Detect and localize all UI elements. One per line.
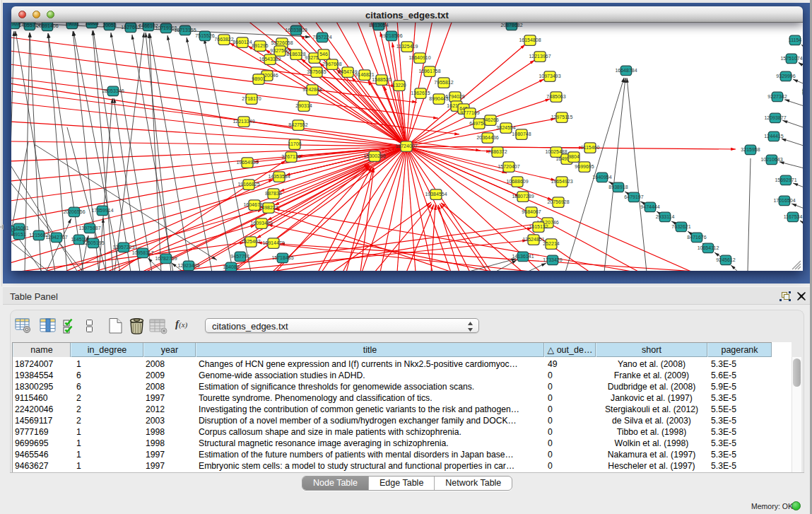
svg-text:15300295: 15300295 [363, 153, 385, 158]
svg-text:19166825: 19166825 [237, 182, 259, 187]
svg-text:9474444: 9474444 [640, 204, 659, 209]
svg-text:3267130: 3267130 [281, 154, 300, 159]
svg-text:20878682: 20878682 [500, 23, 522, 28]
svg-text:1244415: 1244415 [764, 134, 783, 139]
svg-text:3875685: 3875685 [307, 69, 326, 74]
svg-text:10958117: 10958117 [132, 250, 154, 255]
svg-text:1588520: 1588520 [372, 77, 391, 82]
svg-text:16033809: 16033809 [285, 28, 307, 33]
svg-text:8186328: 8186328 [286, 52, 305, 57]
svg-text:20756928: 20756928 [547, 199, 569, 204]
svg-text:9115460: 9115460 [581, 145, 600, 150]
svg-text:9777169: 9777169 [460, 110, 479, 115]
svg-text:8660124: 8660124 [233, 40, 252, 45]
svg-text:15692971: 15692971 [775, 177, 796, 182]
svg-text:20053: 20053 [102, 23, 117, 28]
svg-text:18640910: 18640910 [408, 55, 430, 60]
svg-text:1527602: 1527602 [121, 25, 140, 30]
svg-text:12213967: 12213967 [529, 54, 551, 59]
svg-text:10654112: 10654112 [698, 245, 719, 250]
svg-text:8938918: 8938918 [608, 185, 628, 189]
svg-text:13524851: 13524851 [522, 237, 544, 242]
svg-text:7857224: 7857224 [312, 35, 331, 40]
svg-text:19218506: 19218506 [380, 33, 402, 38]
svg-text:10210643: 10210643 [760, 157, 782, 162]
svg-text:11325419: 11325419 [396, 44, 418, 49]
svg-text:9804: 9804 [568, 154, 579, 159]
svg-text:98901: 98901 [252, 76, 266, 81]
svg-text:2718170: 2718170 [242, 96, 261, 101]
svg-text:1640954: 1640954 [592, 175, 611, 180]
svg-text:16543382: 16543382 [259, 57, 281, 62]
svg-text:290314: 290314 [295, 103, 312, 108]
svg-text:7632621: 7632621 [671, 224, 690, 229]
svg-text:164082: 164082 [223, 264, 239, 269]
svg-text:12942737: 12942737 [45, 235, 67, 240]
svg-text:53226058: 53226058 [271, 40, 293, 45]
svg-text:11154: 11154 [789, 37, 802, 42]
svg-text:14353584: 14353584 [268, 174, 290, 179]
svg-text:15751074: 15751074 [780, 56, 802, 61]
svg-text:17957223: 17957223 [112, 245, 134, 250]
svg-text:9457791: 9457791 [230, 254, 249, 259]
svg-text:252214: 252214 [543, 241, 559, 246]
svg-text:16093489: 16093489 [250, 221, 272, 226]
svg-text:8813054: 8813054 [369, 23, 388, 28]
svg-text:11700: 11700 [288, 141, 302, 146]
svg-text:12093877: 12093877 [764, 115, 786, 120]
svg-text:10688609: 10688609 [506, 179, 528, 184]
svg-text:19654923: 19654923 [551, 179, 572, 184]
svg-text:11327: 11327 [802, 89, 803, 94]
svg-text:9227342: 9227342 [767, 94, 787, 99]
svg-text:20364436: 20364436 [476, 135, 498, 140]
svg-text:1498222: 1498222 [259, 205, 278, 210]
svg-text:12213349: 12213349 [233, 119, 254, 124]
svg-text:1080748: 1080748 [512, 132, 531, 136]
svg-text:887834: 887834 [265, 191, 281, 196]
svg-text:9242848: 9242848 [302, 87, 322, 92]
svg-text:10973493: 10973493 [539, 74, 560, 78]
svg-text:6794028: 6794028 [445, 94, 464, 99]
svg-text:7955812: 7955812 [434, 80, 453, 85]
svg-text:9245612: 9245612 [716, 257, 735, 262]
svg-text:2933114: 2933114 [656, 214, 675, 219]
svg-text:3215958: 3215958 [741, 147, 760, 152]
svg-text:13220: 13220 [392, 83, 406, 88]
svg-text:891295: 891295 [252, 43, 268, 48]
svg-text:1615132: 1615132 [529, 224, 548, 229]
svg-text:20206556: 20206556 [63, 209, 85, 214]
svg-text:7485063: 7485063 [546, 94, 565, 99]
svg-text:8471676: 8471676 [687, 235, 706, 240]
svg-text:1733426: 1733426 [543, 257, 562, 262]
svg-text:6479197: 6479197 [624, 194, 643, 199]
svg-text:12975115: 12975115 [551, 115, 573, 119]
svg-text:16648784: 16648784 [615, 68, 637, 73]
svg-text:17016504: 17016504 [773, 198, 795, 203]
svg-text:12505195: 12505195 [82, 240, 104, 245]
svg-text:3824554: 3824554 [496, 125, 515, 130]
svg-text:13975887: 13975887 [78, 226, 100, 230]
svg-text:18724007: 18724007 [395, 144, 417, 148]
svg-text:20691406: 20691406 [36, 23, 58, 28]
svg-text:2967608: 2967608 [322, 62, 341, 66]
svg-text:16782759: 16782759 [155, 256, 177, 261]
svg-text:17359914: 17359914 [91, 208, 113, 213]
svg-text:15720407: 15720407 [498, 164, 519, 169]
svg-text:1362615: 1362615 [411, 90, 430, 95]
svg-text:9146821: 9146821 [355, 72, 374, 77]
svg-text:7515526: 7515526 [195, 33, 214, 38]
svg-text:19654935: 19654935 [236, 160, 258, 165]
svg-text:39151: 39151 [12, 232, 26, 237]
svg-text:7886372: 7886372 [488, 149, 507, 154]
svg-text:28053346: 28053346 [102, 88, 124, 93]
svg-text:8427552: 8427552 [288, 122, 307, 127]
svg-text:546: 546 [319, 52, 328, 57]
svg-text:7663822: 7663822 [214, 37, 233, 42]
svg-text:7625402: 7625402 [241, 239, 260, 244]
svg-text:16154808: 16154808 [519, 37, 541, 42]
svg-text:16713155: 16713155 [174, 28, 196, 33]
svg-text:1167534: 1167534 [784, 214, 803, 219]
svg-text:9699695: 9699695 [575, 164, 594, 169]
svg-text:12923485: 12923485 [177, 263, 199, 268]
svg-text:746266: 746266 [482, 117, 498, 122]
